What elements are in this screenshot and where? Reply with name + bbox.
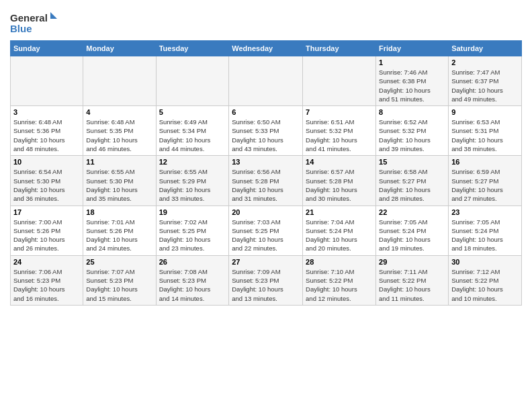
day-number: 10 (13, 158, 80, 166)
day-of-week-header: Monday (83, 41, 156, 56)
day-number: 8 (379, 108, 445, 116)
day-of-week-header: Wednesday (229, 41, 303, 56)
day-info: Sunrise: 7:05 AM Sunset: 5:24 PM Dayligh… (379, 218, 445, 253)
calendar-day-cell: 1Sunrise: 7:46 AM Sunset: 6:38 PM Daylig… (376, 56, 449, 106)
calendar-day-cell: 11Sunrise: 6:55 AM Sunset: 5:30 PM Dayli… (83, 156, 156, 205)
calendar-day-cell: 27Sunrise: 7:09 AM Sunset: 5:23 PM Dayli… (229, 255, 303, 305)
day-info: Sunrise: 6:59 AM Sunset: 5:27 PM Dayligh… (451, 167, 519, 203)
calendar-day-cell: 24Sunrise: 7:06 AM Sunset: 5:23 PM Dayli… (11, 255, 83, 305)
day-number: 18 (86, 208, 152, 216)
logo: General Blue (10, 9, 57, 35)
day-info: Sunrise: 7:08 AM Sunset: 5:23 PM Dayligh… (159, 267, 226, 303)
day-number: 22 (379, 208, 445, 216)
day-info: Sunrise: 6:54 AM Sunset: 5:30 PM Dayligh… (13, 167, 80, 203)
calendar-day-cell: 22Sunrise: 7:05 AM Sunset: 5:24 PM Dayli… (376, 205, 449, 255)
calendar-day-cell: 8Sunrise: 6:52 AM Sunset: 5:32 PM Daylig… (376, 106, 449, 156)
day-info: Sunrise: 7:11 AM Sunset: 5:22 PM Dayligh… (379, 267, 445, 303)
day-info: Sunrise: 6:49 AM Sunset: 5:34 PM Dayligh… (159, 118, 226, 153)
calendar-header-row: SundayMondayTuesdayWednesdayThursdayFrid… (11, 41, 522, 56)
calendar-day-cell: 25Sunrise: 7:07 AM Sunset: 5:23 PM Dayli… (83, 255, 156, 305)
calendar-table: SundayMondayTuesdayWednesdayThursdayFrid… (10, 40, 522, 306)
day-info: Sunrise: 7:06 AM Sunset: 5:23 PM Dayligh… (13, 267, 80, 303)
day-number: 25 (86, 258, 152, 266)
svg-marker-2 (50, 12, 57, 19)
day-number: 19 (159, 208, 226, 216)
day-info: Sunrise: 7:00 AM Sunset: 5:26 PM Dayligh… (13, 218, 80, 253)
day-info: Sunrise: 7:02 AM Sunset: 5:25 PM Dayligh… (159, 218, 226, 253)
day-number: 3 (13, 108, 80, 116)
calendar-day-cell: 10Sunrise: 6:54 AM Sunset: 5:30 PM Dayli… (11, 156, 83, 205)
day-number: 4 (86, 108, 152, 116)
day-number: 23 (451, 208, 519, 216)
day-number: 29 (379, 258, 445, 266)
day-info: Sunrise: 7:07 AM Sunset: 5:23 PM Dayligh… (86, 267, 152, 303)
day-number: 15 (379, 158, 445, 166)
calendar-day-cell: 9Sunrise: 6:53 AM Sunset: 5:31 PM Daylig… (449, 106, 522, 156)
calendar-day-cell: 5Sunrise: 6:49 AM Sunset: 5:34 PM Daylig… (156, 106, 229, 156)
day-info: Sunrise: 7:04 AM Sunset: 5:24 PM Dayligh… (306, 218, 373, 253)
day-info: Sunrise: 6:48 AM Sunset: 5:36 PM Dayligh… (13, 118, 80, 153)
page-header: General Blue (10, 7, 522, 35)
calendar-day-cell: 19Sunrise: 7:02 AM Sunset: 5:25 PM Dayli… (156, 205, 229, 255)
day-number: 9 (451, 108, 519, 116)
calendar-day-cell: 20Sunrise: 7:03 AM Sunset: 5:25 PM Dayli… (229, 205, 303, 255)
calendar-day-cell: 7Sunrise: 6:51 AM Sunset: 5:32 PM Daylig… (303, 106, 376, 156)
day-number: 7 (306, 108, 373, 116)
day-info: Sunrise: 6:55 AM Sunset: 5:30 PM Dayligh… (86, 167, 152, 203)
day-number: 12 (159, 158, 226, 166)
calendar-day-cell: 16Sunrise: 6:59 AM Sunset: 5:27 PM Dayli… (449, 156, 522, 205)
day-number: 6 (232, 108, 300, 116)
day-number: 24 (13, 258, 80, 266)
calendar-day-cell: 4Sunrise: 6:48 AM Sunset: 5:35 PM Daylig… (83, 106, 156, 156)
day-info: Sunrise: 6:56 AM Sunset: 5:28 PM Dayligh… (232, 167, 300, 203)
day-number: 27 (232, 258, 300, 266)
day-of-week-header: Saturday (449, 41, 522, 56)
calendar-day-cell: 6Sunrise: 6:50 AM Sunset: 5:33 PM Daylig… (229, 106, 303, 156)
day-info: Sunrise: 7:09 AM Sunset: 5:23 PM Dayligh… (232, 267, 300, 303)
day-info: Sunrise: 6:50 AM Sunset: 5:33 PM Dayligh… (232, 118, 300, 153)
day-number: 17 (13, 208, 80, 216)
day-of-week-header: Tuesday (156, 41, 229, 56)
calendar-day-cell: 28Sunrise: 7:10 AM Sunset: 5:22 PM Dayli… (303, 255, 376, 305)
calendar-day-cell: 13Sunrise: 6:56 AM Sunset: 5:28 PM Dayli… (229, 156, 303, 205)
day-of-week-header: Friday (376, 41, 449, 56)
calendar-day-cell: 2Sunrise: 7:47 AM Sunset: 6:37 PM Daylig… (449, 56, 522, 106)
calendar-day-cell: 14Sunrise: 6:57 AM Sunset: 5:28 PM Dayli… (303, 156, 376, 205)
calendar-day-cell: 26Sunrise: 7:08 AM Sunset: 5:23 PM Dayli… (156, 255, 229, 305)
calendar-day-cell: 23Sunrise: 7:05 AM Sunset: 5:24 PM Dayli… (449, 205, 522, 255)
day-info: Sunrise: 6:52 AM Sunset: 5:32 PM Dayligh… (379, 118, 445, 153)
day-info: Sunrise: 6:53 AM Sunset: 5:31 PM Dayligh… (451, 118, 519, 153)
day-number: 20 (232, 208, 300, 216)
calendar-day-cell: 29Sunrise: 7:11 AM Sunset: 5:22 PM Dayli… (376, 255, 449, 305)
calendar-day-cell: 3Sunrise: 6:48 AM Sunset: 5:36 PM Daylig… (11, 106, 83, 156)
calendar-day-cell: 17Sunrise: 7:00 AM Sunset: 5:26 PM Dayli… (11, 205, 83, 255)
svg-text:Blue: Blue (10, 23, 32, 34)
day-number: 21 (306, 208, 373, 216)
day-number: 5 (159, 108, 226, 116)
calendar-day-cell: 30Sunrise: 7:12 AM Sunset: 5:22 PM Dayli… (449, 255, 522, 305)
calendar-day-cell (83, 56, 156, 106)
calendar-day-cell (11, 56, 83, 106)
day-info: Sunrise: 6:57 AM Sunset: 5:28 PM Dayligh… (306, 167, 373, 203)
day-of-week-header: Sunday (11, 41, 83, 56)
day-number: 2 (451, 58, 519, 66)
day-info: Sunrise: 7:46 AM Sunset: 6:38 PM Dayligh… (379, 68, 445, 103)
day-number: 30 (451, 258, 519, 266)
day-number: 1 (379, 58, 445, 66)
day-number: 11 (86, 158, 152, 166)
day-info: Sunrise: 7:10 AM Sunset: 5:22 PM Dayligh… (306, 267, 373, 303)
svg-text:General: General (10, 12, 48, 24)
calendar-week-row: 24Sunrise: 7:06 AM Sunset: 5:23 PM Dayli… (11, 255, 522, 305)
day-info: Sunrise: 7:47 AM Sunset: 6:37 PM Dayligh… (451, 68, 519, 103)
calendar-week-row: 10Sunrise: 6:54 AM Sunset: 5:30 PM Dayli… (11, 156, 522, 205)
day-info: Sunrise: 6:51 AM Sunset: 5:32 PM Dayligh… (306, 118, 373, 153)
calendar-week-row: 17Sunrise: 7:00 AM Sunset: 5:26 PM Dayli… (11, 205, 522, 255)
day-info: Sunrise: 6:48 AM Sunset: 5:35 PM Dayligh… (86, 118, 152, 153)
day-info: Sunrise: 7:12 AM Sunset: 5:22 PM Dayligh… (451, 267, 519, 303)
day-info: Sunrise: 7:05 AM Sunset: 5:24 PM Dayligh… (451, 218, 519, 253)
calendar-body: 1Sunrise: 7:46 AM Sunset: 6:38 PM Daylig… (11, 56, 522, 306)
calendar-week-row: 3Sunrise: 6:48 AM Sunset: 5:36 PM Daylig… (11, 106, 522, 156)
day-of-week-header: Thursday (303, 41, 376, 56)
day-info: Sunrise: 7:01 AM Sunset: 5:26 PM Dayligh… (86, 218, 152, 253)
calendar-day-cell: 12Sunrise: 6:55 AM Sunset: 5:29 PM Dayli… (156, 156, 229, 205)
